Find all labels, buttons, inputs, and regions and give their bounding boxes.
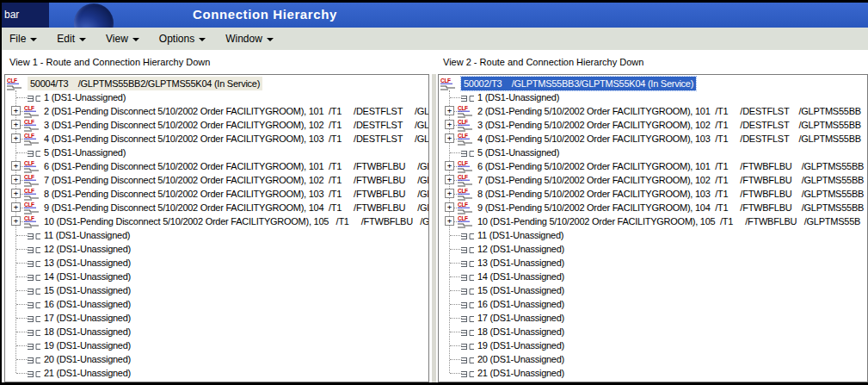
tree-root-node[interactable]: CLF50004/T3 /GLPTMS55BB2/GLPTMS55K04 (In… bbox=[5, 77, 428, 90]
svg-text:CLF: CLF bbox=[24, 188, 34, 194]
tree-node-label: 5 (DS1-Unassigned) bbox=[477, 146, 559, 159]
ds1-unassigned-icon bbox=[460, 286, 475, 295]
clf-circuit-icon: CLF bbox=[7, 77, 24, 90]
tree-node[interactable]: +CLF6 (DS1-Pending Disconnect 5/10/2002 … bbox=[5, 159, 428, 173]
tree-node[interactable]: +CLF6 (DS1-Pending 5/10/2002 Order FACIL… bbox=[439, 159, 867, 173]
tree-node[interactable]: 13 (DS1-Unassigned) bbox=[5, 256, 428, 270]
expand-toggle[interactable]: + bbox=[11, 189, 21, 198]
tree-node[interactable]: 12 (DS1-Unassigned) bbox=[5, 242, 428, 256]
expand-toggle[interactable]: + bbox=[445, 202, 454, 212]
chevron-down-icon bbox=[132, 38, 139, 41]
tree-node[interactable]: +CLF3 (DS1-Pending 5/10/2002 Order FACIL… bbox=[439, 118, 867, 132]
panel-splitter[interactable] bbox=[429, 74, 438, 382]
expand-toggle[interactable]: + bbox=[11, 216, 21, 226]
clf-circuit-icon: CLF bbox=[458, 214, 475, 228]
tree-node-label: 7 (DS1-Pending Disconnect 5/10/2002 Orde… bbox=[44, 173, 429, 187]
tree-node[interactable]: 20 (DS1-Unassigned) bbox=[5, 352, 428, 366]
tree-node[interactable]: 11 (DS1-Unassigned) bbox=[439, 228, 867, 242]
tree-node[interactable]: 16 (DS1-Unassigned) bbox=[439, 297, 867, 311]
expand-toggle[interactable]: + bbox=[445, 120, 454, 129]
tree-node-label: 1 (DS1-Unassigned) bbox=[44, 90, 126, 104]
chevron-down-icon bbox=[79, 38, 86, 41]
tree-node[interactable]: 14 (DS1-Unassigned) bbox=[439, 270, 867, 283]
tree-node[interactable]: +CLF10 (DS1-Pending Disconnect 5/10/2002… bbox=[5, 214, 428, 228]
title-bar: bar Connection Hierarchy bbox=[2, 3, 868, 28]
tree-node[interactable]: 5 (DS1-Unassigned) bbox=[5, 146, 428, 159]
tree-node[interactable]: 18 (DS1-Unassigned) bbox=[5, 325, 428, 338]
view2-header: View 2 - Route and Connection Hierarchy … bbox=[438, 57, 643, 67]
tree-node-label: 19 (DS1-Unassigned) bbox=[477, 338, 564, 352]
expand-toggle[interactable]: + bbox=[445, 175, 454, 184]
clf-circuit-icon: CLF bbox=[440, 77, 458, 90]
tree-node[interactable]: 19 (DS1-Unassigned) bbox=[5, 338, 428, 352]
expand-toggle[interactable]: + bbox=[445, 106, 454, 115]
tree-node[interactable]: 16 (DS1-Unassigned) bbox=[5, 297, 428, 311]
expand-toggle[interactable]: + bbox=[445, 216, 454, 226]
tree-node[interactable]: +CLF8 (DS1-Pending 5/10/2002 Order FACIL… bbox=[439, 187, 867, 201]
ds1-unassigned-icon bbox=[27, 300, 41, 309]
tree-node[interactable]: 15 (DS1-Unassigned) bbox=[439, 283, 867, 297]
tree-node[interactable]: 20 (DS1-Unassigned) bbox=[439, 352, 867, 366]
expand-toggle[interactable]: + bbox=[445, 134, 454, 143]
tree-node[interactable]: 11 (DS1-Unassigned) bbox=[5, 228, 428, 242]
tree-node[interactable]: 18 (DS1-Unassigned) bbox=[439, 325, 867, 338]
ds1-unassigned-icon bbox=[27, 231, 41, 240]
svg-text:CLF: CLF bbox=[458, 188, 468, 194]
tree-node[interactable]: 15 (DS1-Unassigned) bbox=[5, 283, 428, 297]
chevron-down-icon bbox=[30, 38, 37, 41]
tree-node[interactable]: 17 (DS1-Unassigned) bbox=[439, 311, 867, 325]
tree-node-label: 6 (DS1-Pending Disconnect 5/10/2002 Orde… bbox=[44, 159, 429, 173]
expand-toggle[interactable]: + bbox=[11, 120, 21, 129]
tree-node[interactable]: +CLF3 (DS1-Pending Disconnect 5/10/2002 … bbox=[5, 118, 428, 132]
tree-node[interactable]: +CLF9 (DS1-Pending 5/10/2002 Order FACIL… bbox=[439, 201, 867, 214]
tree-root-node[interactable]: CLF50002/T3 /GLPTMS55BB3/GLPTMS55K04 (In… bbox=[439, 77, 867, 90]
expand-toggle[interactable]: + bbox=[11, 134, 21, 143]
expand-toggle[interactable]: + bbox=[11, 202, 21, 212]
expand-toggle[interactable]: + bbox=[11, 175, 21, 184]
menu-window[interactable]: Window bbox=[224, 31, 275, 47]
tree-node[interactable]: 17 (DS1-Unassigned) bbox=[5, 311, 428, 325]
tree-node[interactable]: 14 (DS1-Unassigned) bbox=[5, 270, 428, 283]
tree-node[interactable]: +CLF2 (DS1-Pending 5/10/2002 Order FACIL… bbox=[439, 104, 867, 118]
clf-circuit-icon: CLF bbox=[458, 187, 475, 201]
tree-node[interactable]: 21 (DS1-Unassigned) bbox=[439, 366, 867, 380]
expand-toggle[interactable]: + bbox=[445, 189, 454, 198]
tree-node[interactable]: 1 (DS1-Unassigned) bbox=[439, 90, 867, 104]
menu-file[interactable]: File bbox=[8, 31, 39, 47]
menu-window-label: Window bbox=[225, 33, 262, 45]
tree-node-label: 17 (DS1-Unassigned) bbox=[44, 311, 131, 325]
tree-node[interactable]: 21 (DS1-Unassigned) bbox=[5, 366, 428, 380]
menu-view[interactable]: View bbox=[104, 31, 141, 47]
tree-node[interactable]: +CLF4 (DS1-Pending Disconnect 5/10/2002 … bbox=[5, 132, 428, 146]
expand-toggle[interactable]: + bbox=[11, 106, 21, 115]
tree-node[interactable]: +CLF7 (DS1-Pending 5/10/2002 Order FACIL… bbox=[439, 173, 867, 187]
tree-node-label: 8 (DS1-Pending Disconnect 5/10/2002 Orde… bbox=[44, 187, 429, 201]
tree-node[interactable]: 1 (DS1-Unassigned) bbox=[5, 90, 428, 104]
tree-node[interactable]: +CLF4 (DS1-Pending 5/10/2002 Order FACIL… bbox=[439, 132, 867, 146]
menu-edit[interactable]: Edit bbox=[55, 31, 88, 47]
expand-toggle[interactable]: + bbox=[11, 161, 21, 171]
tree-node-label: 14 (DS1-Unassigned) bbox=[477, 270, 564, 283]
tree-node-label: 17 (DS1-Unassigned) bbox=[477, 311, 564, 325]
svg-text:CLF: CLF bbox=[7, 78, 17, 84]
tree-node[interactable]: 12 (DS1-Unassigned) bbox=[439, 242, 867, 256]
tree-root-label: 50002/T3 /GLPTMS55BB3/GLPTMS55K04 (In Se… bbox=[461, 77, 696, 90]
clf-circuit-icon: CLF bbox=[458, 159, 475, 173]
menu-options[interactable]: Options bbox=[157, 31, 207, 47]
tree-node[interactable]: +CLF8 (DS1-Pending Disconnect 5/10/2002 … bbox=[5, 187, 428, 201]
corner-label: bar bbox=[2, 3, 49, 28]
tree-node-label: 3 (DS1-Pending Disconnect 5/10/2002 Orde… bbox=[44, 118, 429, 132]
tree-node[interactable]: 19 (DS1-Unassigned) bbox=[439, 338, 867, 352]
tree-node-label: 21 (DS1-Unassigned) bbox=[477, 366, 564, 380]
svg-text:CLF: CLF bbox=[24, 174, 34, 180]
menu-options-label: Options bbox=[159, 33, 194, 45]
tree-node[interactable]: 13 (DS1-Unassigned) bbox=[439, 256, 867, 270]
clf-circuit-icon: CLF bbox=[458, 118, 475, 132]
tree-node[interactable]: +CLF2 (DS1-Pending Disconnect 5/10/2002 … bbox=[5, 104, 428, 118]
tree-node[interactable]: +CLF7 (DS1-Pending Disconnect 5/10/2002 … bbox=[5, 173, 428, 187]
expand-toggle[interactable]: + bbox=[445, 161, 454, 171]
tree-node[interactable]: +CLF10 (DS1-Pending 5/10/2002 Order FACI… bbox=[439, 214, 867, 228]
tree-node[interactable]: +CLF9 (DS1-Pending Disconnect 5/10/2002 … bbox=[5, 201, 428, 214]
tree-node[interactable]: 5 (DS1-Unassigned) bbox=[439, 146, 867, 159]
tree-node-label: 9 (DS1-Pending 5/10/2002 Order FACILITYG… bbox=[477, 201, 864, 214]
